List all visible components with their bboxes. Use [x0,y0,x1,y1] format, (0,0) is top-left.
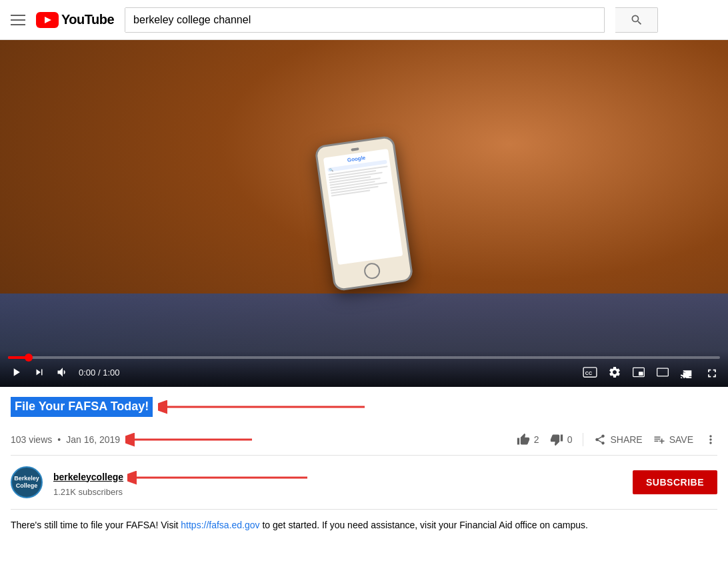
svg-rect-6 [657,368,669,376]
more-options-button[interactable] [704,433,717,446]
description: There's still time to file your FAFSA! V… [11,510,717,540]
progress-fill [8,356,29,359]
time-display: 0:00 / 1:00 [79,368,119,378]
main-content: Google 🔍 [0,40,728,540]
channel-info: berkeleycollege 1.21K subscribers [53,468,622,497]
header: YouTube [0,0,728,40]
share-label: SHARE [610,434,642,445]
svg-rect-5 [639,372,643,376]
volume-icon [56,366,69,379]
dislike-button[interactable]: 0 [550,433,573,446]
fafsa-link[interactable]: https://fafsa.ed.gov [181,520,259,530]
video-controls: 0:00 / 1:00 CC [0,351,728,387]
fullscreen-button[interactable] [704,365,720,380]
header-left: YouTube [11,12,114,28]
more-options-icon [704,433,717,446]
theater-button[interactable] [655,365,671,380]
channel-row: BerkeleyCollege berkeleycollege [11,456,717,510]
theater-icon [656,366,669,378]
thumbs-down-icon [550,433,563,446]
youtube-logo[interactable]: YouTube [36,12,114,28]
volume-button[interactable] [55,364,71,380]
like-button[interactable]: 2 [517,433,539,446]
meta-row: 103 views • Jan 16, 2019 [11,424,717,456]
channel-avatar[interactable]: BerkeleyCollege [11,466,43,498]
video-player: Google 🔍 [0,40,728,387]
subscriber-count: 1.21K subscribers [53,487,622,497]
controls-row: 0:00 / 1:00 CC [8,364,720,380]
title-arrow-annotation [158,395,371,419]
miniplayer-icon [632,366,645,378]
search-icon [630,13,643,27]
divider [583,433,583,446]
meta-section: 103 views • Jan 16, 2019 [11,424,717,456]
save-icon [653,434,665,446]
cc-icon: CC [583,366,597,378]
channel-name-row: berkeleycollege [53,468,622,487]
progress-bar[interactable] [8,356,720,359]
share-icon [594,434,606,446]
video-thumbnail: Google 🔍 [0,40,728,387]
description-text-before: There's still time to file your FAFSA! V… [11,520,181,530]
phone-screen: Google 🔍 [323,149,403,265]
play-icon [9,366,23,379]
cast-button[interactable] [679,365,696,380]
search-button[interactable] [615,7,658,33]
view-count: 103 views [11,434,52,445]
youtube-wordmark: YouTube [61,12,114,27]
cast-icon [680,366,695,378]
miniplayer-button[interactable] [631,365,647,380]
channel-name-link[interactable]: berkeleycollege [53,472,123,482]
channel-arrow-annotation [127,468,314,487]
video-info: File Your FAFSA Today! 103 views • Jan 1… [0,387,728,540]
avatar-text: BerkeleyCollege [14,475,39,490]
controls-right: CC [581,364,720,380]
share-button[interactable]: SHARE [594,434,642,446]
youtube-icon [36,12,59,28]
description-text-after: to get started. If you need assistance, … [260,520,588,530]
publish-date: Jan 16, 2019 [66,434,120,445]
subscribe-button[interactable]: SUBSCRIBE [633,470,717,494]
search-bar [125,7,605,33]
fullscreen-icon [705,366,719,378]
search-input[interactable] [125,8,604,32]
thumbs-up-icon [517,433,530,446]
meta-actions: 2 0 SHARE [517,433,717,446]
phone-home-button [363,262,381,280]
next-button[interactable] [32,365,47,380]
dislike-count: 0 [567,434,573,445]
settings-button[interactable] [607,364,623,380]
like-count: 2 [534,434,539,445]
save-button[interactable]: SAVE [653,434,693,446]
settings-icon [608,366,621,379]
cc-button[interactable]: CC [581,365,599,380]
save-label: SAVE [669,434,693,445]
play-button[interactable] [8,364,24,380]
svg-text:CC: CC [585,370,592,376]
dot-separator: • [57,434,61,445]
skip-next-icon [33,366,45,378]
video-title-wrapper: File Your FAFSA Today! [11,395,717,419]
video-title: File Your FAFSA Today! [11,397,153,416]
hamburger-menu[interactable] [11,15,25,25]
date-arrow-annotation [125,430,259,450]
